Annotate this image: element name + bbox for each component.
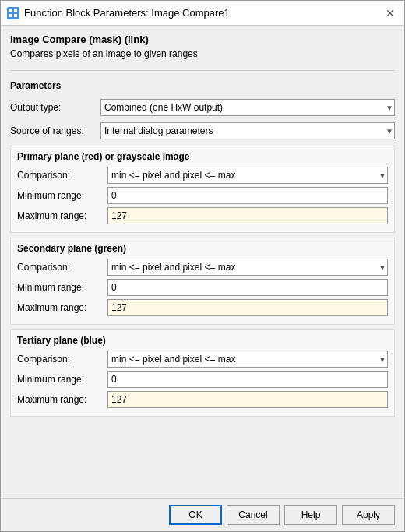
plane-title-1: Secondary plane (green): [17, 243, 388, 254]
source-of-ranges-row: Source of ranges: Internal dialog parame…: [10, 122, 395, 139]
output-type-row: Output type: Combined (one HxW output)Se…: [10, 99, 395, 116]
comparison-row-1: Comparison:min <= pixel and pixel <= max…: [17, 259, 388, 276]
apply-button[interactable]: Apply: [342, 505, 395, 525]
comparison-select-wrapper-2: min <= pixel and pixel <= max▼: [107, 351, 388, 368]
svg-rect-2: [9, 14, 12, 17]
close-button[interactable]: ✕: [382, 5, 398, 21]
svg-rect-3: [14, 14, 17, 17]
block-description: Compares pixels of an image to given ran…: [10, 48, 395, 59]
comparison-select-1[interactable]: min <= pixel and pixel <= max: [107, 259, 388, 276]
comparison-label-2: Comparison:: [17, 354, 103, 365]
comparison-select-wrapper-1: min <= pixel and pixel <= max▼: [107, 259, 388, 276]
comparison-row-2: Comparison:min <= pixel and pixel <= max…: [17, 351, 388, 368]
svg-rect-0: [9, 9, 12, 12]
max-range-input-1[interactable]: [107, 299, 388, 316]
output-type-label: Output type:: [10, 102, 96, 113]
min-range-row-0: Minimum range:: [17, 187, 388, 204]
footer: OK Cancel Help Apply: [1, 498, 404, 531]
main-window: Function Block Parameters: Image Compare…: [0, 0, 405, 532]
max-range-row-2: Maximum range:: [17, 391, 388, 408]
output-type-select[interactable]: Combined (one HxW output)Separate: [100, 99, 395, 116]
min-range-row-1: Minimum range:: [17, 279, 388, 296]
max-range-label-1: Maximum range:: [17, 302, 103, 313]
min-range-label-2: Minimum range:: [17, 374, 103, 385]
help-button[interactable]: Help: [284, 505, 337, 525]
content-area: Image Compare (mask) (link) Compares pix…: [1, 26, 404, 498]
block-title: Image Compare (mask) (link): [10, 33, 395, 45]
source-of-ranges-select[interactable]: Internal dialog parametersExternal input: [100, 122, 395, 139]
plane-section-1: Secondary plane (green)Comparison:min <=…: [10, 238, 395, 325]
comparison-label-0: Comparison:: [17, 170, 103, 181]
comparison-select-0[interactable]: min <= pixel and pixel <= max: [107, 167, 388, 184]
max-range-label-0: Maximum range:: [17, 210, 103, 221]
max-range-input-0[interactable]: [107, 207, 388, 224]
max-range-row-1: Maximum range:: [17, 299, 388, 316]
title-bar-left: Function Block Parameters: Image Compare…: [7, 7, 230, 19]
plane-title-0: Primary plane (red) or grayscale image: [17, 151, 388, 162]
source-of-ranges-label: Source of ranges:: [10, 125, 96, 136]
max-range-input-2[interactable]: [107, 391, 388, 408]
cancel-button[interactable]: Cancel: [227, 505, 280, 525]
min-range-label-1: Minimum range:: [17, 282, 103, 293]
min-range-input-1[interactable]: [107, 279, 388, 296]
plane-title-2: Tertiary plane (blue): [17, 335, 388, 346]
window-title: Function Block Parameters: Image Compare…: [24, 7, 230, 19]
params-label: Parameters: [10, 80, 395, 91]
plane-section-2: Tertiary plane (blue)Comparison:min <= p…: [10, 329, 395, 417]
comparison-row-0: Comparison:min <= pixel and pixel <= max…: [17, 167, 388, 184]
svg-rect-1: [14, 9, 17, 12]
source-of-ranges-select-wrapper: Internal dialog parametersExternal input…: [100, 122, 395, 139]
comparison-label-1: Comparison:: [17, 262, 103, 273]
output-type-select-wrapper: Combined (one HxW output)Separate ▼: [100, 99, 395, 116]
title-bar: Function Block Parameters: Image Compare…: [1, 1, 404, 26]
min-range-input-0[interactable]: [107, 187, 388, 204]
window-icon: [7, 7, 19, 19]
min-range-input-2[interactable]: [107, 371, 388, 388]
max-range-label-2: Maximum range:: [17, 394, 103, 405]
plane-section-0: Primary plane (red) or grayscale imageCo…: [10, 146, 395, 233]
max-range-row-0: Maximum range:: [17, 207, 388, 224]
min-range-row-2: Minimum range:: [17, 371, 388, 388]
comparison-select-wrapper-0: min <= pixel and pixel <= max▼: [107, 167, 388, 184]
comparison-select-2[interactable]: min <= pixel and pixel <= max: [107, 351, 388, 368]
ok-button[interactable]: OK: [169, 505, 222, 525]
planes-container: Primary plane (red) or grayscale imageCo…: [10, 146, 395, 421]
separator-top: [10, 70, 395, 71]
min-range-label-0: Minimum range:: [17, 190, 103, 201]
